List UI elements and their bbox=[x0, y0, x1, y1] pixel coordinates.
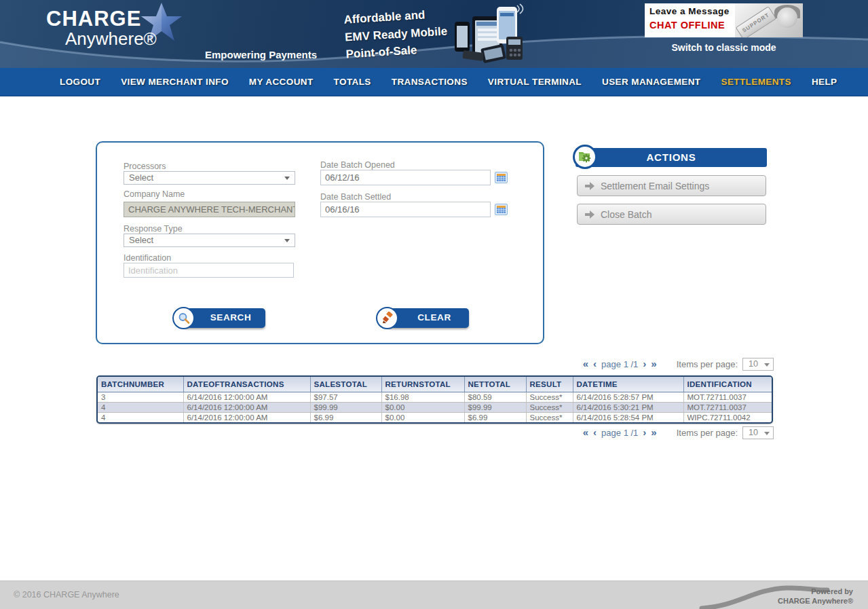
chevron-down-icon bbox=[284, 239, 290, 242]
items-per-page-value: 10 bbox=[749, 359, 758, 369]
response-type-label: Response Type bbox=[124, 224, 183, 234]
search-button[interactable]: SEARCH bbox=[172, 307, 265, 329]
search-icon bbox=[177, 312, 191, 325]
powered-by-line-1: Powered by bbox=[778, 587, 853, 596]
processors-label: Processors bbox=[124, 162, 166, 171]
cell-identification: MOT.72711.0037 bbox=[683, 392, 772, 402]
nav-item-view-merchant-info[interactable]: VIEW MERCHANT INFO bbox=[121, 77, 229, 87]
company-name-field bbox=[124, 202, 295, 217]
cell-result: Success* bbox=[526, 412, 573, 422]
cell-salestotal: $6.99 bbox=[310, 412, 381, 422]
table-row[interactable]: 4 6/14/2016 12:00:00 AM $6.99 $0.00 $6.9… bbox=[98, 412, 772, 422]
nav-item-transactions[interactable]: TRANSACTIONS bbox=[392, 77, 468, 87]
cell-dateoftransactions: 6/14/2016 12:00:00 AM bbox=[183, 392, 310, 402]
date-batch-settled-calendar-button[interactable] bbox=[495, 204, 508, 215]
close-batch-button[interactable]: Close Batch bbox=[577, 204, 766, 225]
search-button-label: SEARCH bbox=[200, 312, 262, 322]
promo-text: Affordable and EMV Ready Mobile Point-of… bbox=[343, 5, 449, 63]
response-type-selected-value: Select bbox=[129, 235, 153, 245]
column-header-dateoftransactions: DATEOFTRANSACTIONS bbox=[183, 377, 310, 392]
switch-to-classic-mode-link[interactable]: Switch to classic mode bbox=[645, 42, 803, 53]
date-batch-opened-field[interactable] bbox=[320, 170, 491, 185]
page-indicator: page 1 /1 bbox=[601, 428, 638, 438]
nav-item-virtual-terminal[interactable]: VIRTUAL TERMINAL bbox=[488, 77, 582, 87]
cell-result: Success* bbox=[526, 392, 573, 402]
actions-panel-title: ACTIONS bbox=[575, 151, 767, 163]
nav-item-help[interactable]: HELP bbox=[812, 77, 837, 87]
chevron-down-icon bbox=[284, 177, 290, 180]
cell-nettotal: $80.59 bbox=[464, 392, 526, 402]
cell-datetime: 6/14/2016 5:28:54 PM bbox=[573, 412, 683, 422]
cell-identification: WIPC.72711.0042 bbox=[683, 412, 772, 422]
page-indicator: page 1 /1 bbox=[601, 359, 638, 369]
first-page-icon[interactable]: « bbox=[583, 359, 588, 369]
cell-batchnumber: 4 bbox=[98, 402, 183, 412]
column-header-nettotal: NETTOTAL bbox=[464, 377, 526, 392]
last-page-icon[interactable]: » bbox=[651, 428, 656, 437]
previous-page-icon[interactable]: ‹ bbox=[593, 359, 597, 369]
page-footer: © 2016 CHARGE Anywhere Powered by CHARGE… bbox=[0, 580, 868, 609]
previous-page-icon[interactable]: ‹ bbox=[593, 428, 597, 437]
last-page-icon[interactable]: » bbox=[651, 359, 656, 369]
powered-by-line-2: CHARGE Anywhere® bbox=[778, 596, 853, 606]
cell-datetime: 6/14/2016 5:28:57 PM bbox=[573, 392, 683, 402]
cell-salestotal: $99.99 bbox=[310, 402, 381, 412]
clear-icon-circle bbox=[376, 307, 398, 329]
devices-image bbox=[447, 1, 525, 68]
nav-item-settlements[interactable]: SETTLEMENTS bbox=[721, 77, 791, 87]
settlements-table: BATCHNUMBER DATEOFTRANSACTIONS SALESTOTA… bbox=[96, 375, 773, 424]
identification-label: Identification bbox=[124, 253, 171, 263]
company-name-label: Company Name bbox=[124, 189, 185, 199]
column-header-salestotal: SALESTOTAL bbox=[310, 377, 381, 392]
column-header-batchnumber: BATCHNUMBER bbox=[98, 377, 183, 392]
table-row[interactable]: 4 6/14/2016 12:00:00 AM $99.99 $0.00 $99… bbox=[98, 402, 772, 412]
search-icon-circle bbox=[172, 307, 195, 329]
nav-item-user-management[interactable]: USER MANAGEMENT bbox=[602, 77, 701, 87]
cell-nettotal: $99.99 bbox=[464, 402, 526, 412]
nav-item-my-account[interactable]: MY ACCOUNT bbox=[249, 77, 314, 87]
logo-text-anywhere: Anywhere® bbox=[65, 29, 157, 50]
date-batch-settled-field[interactable] bbox=[320, 202, 491, 217]
first-page-icon[interactable]: « bbox=[583, 428, 588, 437]
clear-button-label: CLEAR bbox=[403, 312, 466, 322]
items-per-page-label: Items per page: bbox=[677, 428, 738, 438]
next-page-icon[interactable]: › bbox=[643, 428, 646, 437]
pagination-top: « ‹ page 1 /1 › » Items per page: 10 bbox=[583, 357, 774, 371]
cell-batchnumber: 3 bbox=[98, 392, 183, 402]
identification-field[interactable] bbox=[124, 263, 294, 278]
processors-select[interactable]: Select bbox=[124, 171, 295, 185]
live-chat-banner[interactable]: SUPPORT Leave a Message CHAT OFFLINE bbox=[645, 3, 803, 37]
arrow-right-icon bbox=[584, 210, 595, 219]
chat-offline-text: CHAT OFFLINE bbox=[649, 20, 730, 31]
support-key-graphic: SUPPORT bbox=[736, 6, 777, 37]
date-batch-opened-calendar-button[interactable] bbox=[495, 172, 508, 183]
clear-button[interactable]: CLEAR bbox=[376, 307, 469, 329]
cell-returnstotal: $0.00 bbox=[381, 412, 464, 422]
copyright-text: © 2016 CHARGE Anywhere bbox=[14, 590, 119, 599]
nav-item-totals[interactable]: TOTALS bbox=[334, 77, 371, 87]
brush-clear-icon bbox=[381, 312, 394, 325]
settlement-email-settings-button[interactable]: Settlement Email Settings bbox=[577, 175, 766, 196]
nav-item-logout[interactable]: LOGOUT bbox=[60, 77, 100, 87]
chat-banner-text: Leave a Message CHAT OFFLINE bbox=[649, 6, 730, 31]
date-batch-opened-label: Date Batch Opened bbox=[320, 160, 395, 170]
settlements-page: CHARGE Anywhere® Empowering Payments Aff… bbox=[0, 0, 868, 609]
items-per-page-select[interactable]: 10 bbox=[742, 426, 774, 439]
response-type-select[interactable]: Select bbox=[124, 234, 295, 247]
next-page-icon[interactable]: › bbox=[643, 359, 646, 369]
actions-panel-header: ACTIONS bbox=[575, 148, 767, 167]
settlement-search-panel: Processors Select Company Name Response … bbox=[96, 141, 544, 344]
cell-result: Success* bbox=[526, 402, 573, 412]
header-banner: CHARGE Anywhere® Empowering Payments Aff… bbox=[0, 0, 868, 68]
processors-selected-value: Select bbox=[129, 172, 153, 183]
pagination-bottom: « ‹ page 1 /1 › » Items per page: 10 bbox=[583, 426, 774, 439]
cell-salestotal: $97.57 bbox=[310, 392, 381, 402]
table-row[interactable]: 3 6/14/2016 12:00:00 AM $97.57 $16.98 $8… bbox=[98, 392, 772, 402]
leave-message-text: Leave a Message bbox=[649, 6, 730, 16]
table-header-row: BATCHNUMBER DATEOFTRANSACTIONS SALESTOTA… bbox=[98, 377, 772, 392]
settlement-email-settings-label: Settlement Email Settings bbox=[601, 181, 709, 191]
items-per-page-select[interactable]: 10 bbox=[742, 358, 774, 371]
arrow-right-icon bbox=[584, 181, 595, 191]
chevron-down-icon bbox=[764, 432, 770, 435]
cell-batchnumber: 4 bbox=[98, 412, 183, 422]
